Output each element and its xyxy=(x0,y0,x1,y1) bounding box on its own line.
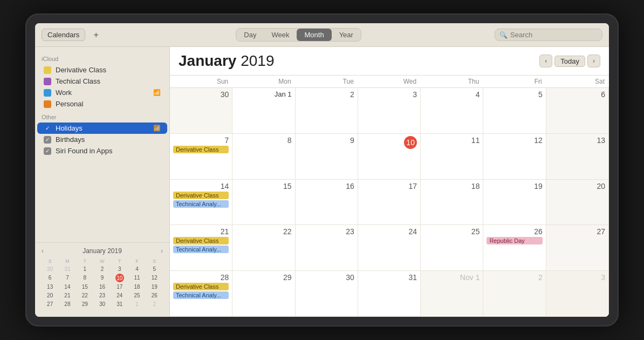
mini-day-12[interactable]: 12 xyxy=(146,274,163,282)
mini-day-13[interactable]: 13 xyxy=(42,283,58,291)
mini-day-26[interactable]: 26 xyxy=(146,291,163,300)
mini-day-28[interactable]: 28 xyxy=(59,300,76,308)
mini-day-1n[interactable]: 1 xyxy=(128,300,145,308)
event-technical-jan14[interactable]: Technical Analy... xyxy=(173,200,229,208)
mini-day-30p[interactable]: 30 xyxy=(42,265,58,273)
mini-day-9[interactable]: 9 xyxy=(94,274,111,282)
mini-day-3[interactable]: 3 xyxy=(111,265,128,273)
mini-day-24[interactable]: 24 xyxy=(111,291,128,300)
cell-jan5[interactable]: 5 xyxy=(483,88,546,134)
cell-jan21[interactable]: 21 Derivative Class Technical Analy... xyxy=(170,225,232,271)
mini-day-25[interactable]: 25 xyxy=(128,291,145,300)
mini-day-18[interactable]: 18 xyxy=(128,283,145,291)
cell-jan1[interactable]: Jan 1 xyxy=(232,88,295,134)
cell-jan11[interactable]: 11 xyxy=(421,134,483,180)
cell-jan24[interactable]: 24 xyxy=(358,225,421,271)
cell-jan20[interactable]: 20 xyxy=(546,180,609,226)
mini-day-27[interactable]: 27 xyxy=(42,300,58,308)
mini-day-16[interactable]: 16 xyxy=(94,283,111,291)
mini-day-29[interactable]: 29 xyxy=(77,300,93,308)
event-technical-jan28[interactable]: Technical Analy... xyxy=(173,291,229,299)
cell-jan8[interactable]: 8 xyxy=(232,134,295,180)
mini-day-23[interactable]: 23 xyxy=(94,291,111,300)
mini-day-2[interactable]: 2 xyxy=(94,265,111,273)
mini-day-4[interactable]: 4 xyxy=(128,265,145,273)
cell-jan30[interactable]: 30 xyxy=(296,271,358,317)
event-derivative-jan7[interactable]: Derivative Class xyxy=(173,146,229,153)
search-input[interactable] xyxy=(510,31,598,39)
cell-jan6[interactable]: 6 xyxy=(546,88,609,134)
mini-day-20[interactable]: 20 xyxy=(42,291,58,300)
holidays-checkbox[interactable]: ✓ xyxy=(44,125,51,132)
cell-jan27[interactable]: 27 xyxy=(546,225,609,271)
cal-next-button[interactable]: › xyxy=(587,55,600,67)
cell-jan17[interactable]: 17 xyxy=(358,180,421,226)
sidebar-item-birthdays[interactable]: ✓ Birthdays xyxy=(37,134,167,145)
month-view-button[interactable]: Month xyxy=(297,29,331,41)
add-calendar-button[interactable]: + xyxy=(90,29,102,42)
birthdays-checkbox[interactable]: ✓ xyxy=(44,136,51,144)
mini-day-19[interactable]: 19 xyxy=(146,283,163,291)
sidebar-item-holidays[interactable]: ✓ Holidays 📶 xyxy=(37,123,167,134)
cell-jan7[interactable]: 7 Derivative Class xyxy=(170,134,232,180)
cell-jan19[interactable]: 19 xyxy=(483,180,546,226)
sidebar-item-derivative-class[interactable]: Derivative Class xyxy=(37,64,167,76)
cell-jan10[interactable]: 10 xyxy=(358,134,421,180)
cell-jan9[interactable]: 9 xyxy=(296,134,358,180)
mini-day-5[interactable]: 5 xyxy=(146,265,163,273)
mini-day-8[interactable]: 8 xyxy=(77,274,93,282)
cell-nov1[interactable]: Nov 1 xyxy=(421,271,483,317)
calendars-button[interactable]: Calendars xyxy=(42,29,85,41)
cell-jan29[interactable]: 29 xyxy=(232,271,295,317)
sidebar-item-work[interactable]: Work 📶 xyxy=(37,87,167,98)
event-derivative-jan21[interactable]: Derivative Class xyxy=(173,237,229,244)
cell-jan23[interactable]: 23 xyxy=(296,225,358,271)
mini-day-6[interactable]: 6 xyxy=(42,274,58,282)
mini-cal-next[interactable]: › xyxy=(161,247,163,255)
mini-day-11[interactable]: 11 xyxy=(128,274,145,282)
mini-day-21[interactable]: 21 xyxy=(59,291,76,300)
cell-jan22[interactable]: 22 xyxy=(232,225,295,271)
cell-jan15[interactable]: 15 xyxy=(232,180,295,226)
cell-jan2[interactable]: 2 xyxy=(296,88,358,134)
cell-jan25[interactable]: 25 xyxy=(421,225,483,271)
mini-day-30[interactable]: 30 xyxy=(94,300,111,308)
cell-jan14[interactable]: 14 Derivative Class Technical Analy... xyxy=(170,180,232,226)
sidebar-item-technical-class[interactable]: Techical Class xyxy=(37,76,167,87)
event-republic-day[interactable]: Republic Day xyxy=(487,237,542,244)
cell-jan18[interactable]: 18 xyxy=(421,180,483,226)
cell-jan12[interactable]: 12 xyxy=(483,134,546,180)
siri-checkbox[interactable]: ✓ xyxy=(44,147,51,155)
cell-jan28[interactable]: 28 Derivative Class Technical Analy... xyxy=(170,271,232,317)
mini-cal-prev[interactable]: ‹ xyxy=(42,247,44,255)
cell-nov3[interactable]: 3 xyxy=(546,271,609,317)
event-derivative-jan28[interactable]: Derivative Class xyxy=(173,283,229,290)
day-view-button[interactable]: Day xyxy=(236,29,264,41)
year-view-button[interactable]: Year xyxy=(332,29,361,41)
week-view-button[interactable]: Week xyxy=(264,29,297,41)
mini-day-17[interactable]: 17 xyxy=(111,283,128,291)
sidebar-item-personal[interactable]: Personal xyxy=(37,98,167,110)
sidebar-item-siri[interactable]: ✓ Siri Found in Apps xyxy=(37,145,167,157)
cell-jan4[interactable]: 4 xyxy=(421,88,483,134)
cell-jan26[interactable]: 26 Republic Day xyxy=(483,225,546,271)
cal-today-button[interactable]: Today xyxy=(554,56,585,67)
mini-day-14[interactable]: 14 xyxy=(59,283,76,291)
cell-nov2[interactable]: 2 xyxy=(483,271,546,317)
cell-jan13[interactable]: 13 xyxy=(546,134,609,180)
cell-dec30[interactable]: 30 xyxy=(170,88,232,134)
mini-day-15[interactable]: 15 xyxy=(77,283,93,291)
mini-day-22[interactable]: 22 xyxy=(77,291,93,300)
cell-jan3[interactable]: 3 xyxy=(358,88,421,134)
mini-day-1[interactable]: 1 xyxy=(77,265,93,273)
cell-jan16[interactable]: 16 xyxy=(296,180,358,226)
mini-day-31p[interactable]: 31 xyxy=(59,265,76,273)
event-technical-jan21[interactable]: Technical Analy... xyxy=(173,246,229,253)
mini-day-31[interactable]: 31 xyxy=(111,300,128,308)
cal-prev-button[interactable]: ‹ xyxy=(539,55,552,67)
mini-day-7[interactable]: 7 xyxy=(59,274,76,282)
mini-day-10-today[interactable]: 10 xyxy=(115,274,124,282)
mini-day-2n[interactable]: 2 xyxy=(146,300,163,308)
event-derivative-jan14[interactable]: Derivative Class xyxy=(173,192,229,199)
cell-jan31[interactable]: 31 xyxy=(358,271,421,317)
